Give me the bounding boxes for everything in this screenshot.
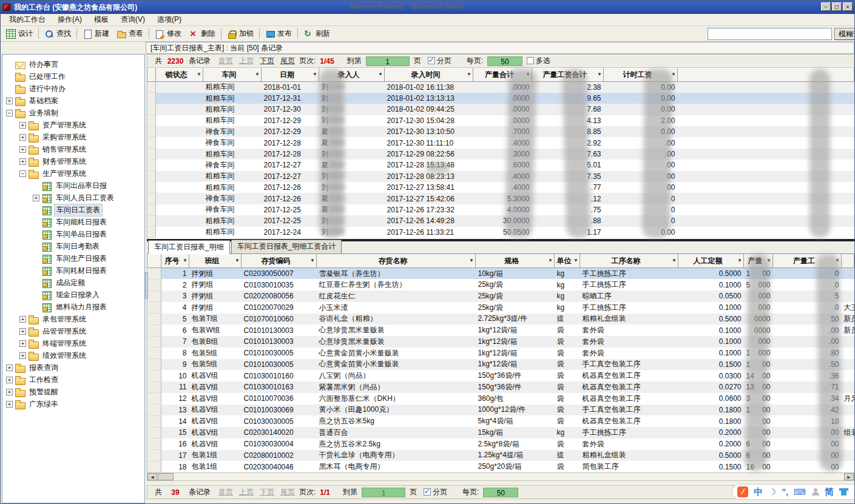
tree-expander-icon[interactable]: [19, 170, 26, 177]
pager-nav-link[interactable]: 下页: [260, 487, 274, 497]
ime-chinese-mode-icon[interactable]: 中: [754, 486, 763, 498]
tree-item[interactable]: 燃料动力月报表: [2, 301, 144, 313]
column-header[interactable]: 存货编码▼: [242, 255, 317, 268]
master-table-row[interactable]: 粗粮车间 2017-12-29 刘 2017-12-30 15:04:28 .0…: [148, 115, 854, 126]
tree-expander-icon[interactable]: [19, 146, 26, 153]
row-selector-cell[interactable]: [148, 82, 156, 93]
tree-item[interactable]: 车间出品率日报: [2, 180, 144, 192]
row-selector-cell[interactable]: [148, 348, 161, 359]
row-selector-cell[interactable]: [148, 302, 161, 314]
menu-item[interactable]: 模板: [88, 13, 115, 26]
master-table-row[interactable]: 粗粮车间 2017-12-25 刘 2017-12-26 14:49:28 30…: [148, 215, 854, 226]
toolbar-button[interactable]: 修改: [151, 27, 185, 40]
close-button[interactable]: ✕: [843, 2, 853, 11]
ime-logo-icon[interactable]: ∕: [737, 486, 748, 497]
tree-item[interactable]: 已处理工作: [2, 70, 144, 82]
detail-table-row[interactable]: 9 包装5组 C01010030005 心意黄金苗黄小米量贩装 1kg*12袋/…: [148, 359, 854, 371]
row-selector-cell[interactable]: [148, 438, 161, 450]
tree-expander-icon[interactable]: [6, 377, 13, 383]
filter-dropdown-icon[interactable]: ▼: [672, 258, 677, 263]
tree-expander-icon[interactable]: [19, 328, 26, 335]
detail-table-row[interactable]: 1 拌粥组 C02030050007 雪凝银耳（养生坊） 10kg/箱 kg 手…: [148, 268, 854, 280]
toolbar-button[interactable]: 加锁: [223, 27, 257, 40]
tree-expander-icon[interactable]: [19, 158, 26, 165]
filter-dropdown-icon[interactable]: ▼: [469, 258, 474, 263]
tree-item[interactable]: 财务管理系统: [2, 155, 144, 167]
tree-item[interactable]: 基础档案: [2, 95, 144, 107]
row-selector-cell[interactable]: [148, 193, 156, 204]
menu-item[interactable]: 查询(V): [115, 13, 151, 26]
row-selector-cell[interactable]: [148, 450, 161, 462]
column-header[interactable]: 录入时间▼: [385, 69, 473, 82]
tree-item[interactable]: 采购管理系统: [2, 131, 144, 143]
master-table-row[interactable]: 粗粮车间 2017-12-28 刘 2017-12-29 08:22:56 .3…: [148, 149, 854, 160]
column-header[interactable]: 序号▼: [161, 255, 189, 268]
row-selector-cell[interactable]: [148, 393, 161, 405]
fuzzy-search-button[interactable]: 模糊查询: [834, 28, 855, 40]
master-table-row[interactable]: 粗粮车间 2017-12-24 刘 2017-12-26 11:33:21 50…: [148, 227, 854, 238]
tree-expander-icon[interactable]: [19, 316, 26, 323]
tree-item[interactable]: 成品定额: [2, 277, 144, 289]
tree-expander-icon[interactable]: [6, 365, 13, 371]
detail-table-row[interactable]: 2 拌粥组 C01030010035 红豆薏仁养生粥（养生坊） 25kg/袋 k…: [148, 279, 854, 291]
tree-item[interactable]: 车间能耗日报表: [2, 216, 144, 228]
filter-dropdown-icon[interactable]: ▼: [197, 72, 201, 77]
row-selector-cell[interactable]: [148, 227, 156, 238]
toolbar-button[interactable]: 查看: [113, 27, 147, 40]
scroll-left-icon[interactable]: ◀: [147, 473, 157, 480]
menu-item[interactable]: 选项(P): [151, 13, 188, 26]
detail-table-row[interactable]: 15 机器V组 C02030140020 普通百合 15kg/箱 kg 手工挑拣…: [148, 427, 854, 438]
filter-dropdown-icon[interactable]: ▼: [737, 258, 742, 263]
row-selector-cell[interactable]: [148, 268, 161, 280]
row-selector-cell[interactable]: [148, 324, 161, 336]
filter-dropdown-icon[interactable]: ▼: [766, 258, 771, 263]
detail-table-row[interactable]: 4 拌粥组 C01020070029 小玉米渣 25kg/袋 kg 手工挑拣工序…: [148, 302, 854, 314]
pager-nav-link[interactable]: 下页: [260, 56, 274, 66]
filter-dropdown-icon[interactable]: ▼: [597, 72, 602, 77]
tree-item[interactable]: 现金日报录入: [2, 289, 144, 301]
horizontal-scrollbar[interactable]: ◀ ▶: [147, 472, 854, 481]
minimize-button[interactable]: —: [821, 2, 831, 11]
master-table-row[interactable]: 禅食车间 2017-12-28 夏 2017-12-30 11:11:10 .4…: [148, 137, 854, 148]
column-header[interactable]: 车间▼: [203, 69, 262, 82]
paging-checkbox[interactable]: [428, 57, 435, 64]
column-header[interactable]: 产量工▼: [773, 255, 842, 268]
tree-item[interactable]: 进行中待办: [2, 82, 144, 95]
row-selector-cell[interactable]: [148, 461, 161, 472]
row-selector-cell[interactable]: [148, 291, 161, 302]
tree-item[interactable]: 广东绿丰: [2, 398, 144, 410]
master-table-row[interactable]: 粗粮车间 2017-12-30 刘 2018-01-02 09:44:25 .0…: [148, 104, 854, 115]
pager-nav-link[interactable]: 首页: [218, 56, 233, 66]
row-selector-cell[interactable]: [148, 215, 156, 226]
column-header[interactable]: 人工定额▼: [678, 255, 744, 268]
row-selector-cell[interactable]: [148, 93, 156, 104]
tree-expander-icon[interactable]: [6, 401, 13, 408]
filter-dropdown-icon[interactable]: ▼: [467, 72, 471, 77]
tree-item[interactable]: 待办事宜: [2, 58, 144, 70]
toolbar-button[interactable]: 设计: [2, 27, 36, 40]
detail-table-row[interactable]: 5 包装T组 C01070010060 谷语礼盒（粗粮） 2.725kg*3提/…: [148, 314, 854, 325]
search-input[interactable]: [708, 28, 832, 40]
toolbar-button[interactable]: 查找: [41, 27, 75, 40]
row-selector-cell[interactable]: [148, 126, 156, 137]
detail-table-row[interactable]: 3 拌粥组 C02020080056 红皮花生仁 25kg/袋 kg 晾晒工序 …: [148, 291, 854, 302]
column-header[interactable]: 班组▼: [189, 255, 242, 268]
filter-dropdown-icon[interactable]: ▼: [573, 258, 578, 263]
tree-item[interactable]: 车间日工资表: [2, 204, 144, 216]
tree-expander-icon[interactable]: [19, 122, 26, 129]
column-header[interactable]: 工序名称▼: [580, 255, 678, 268]
detail-table-row[interactable]: 11 机器V组 C01030010163 紫薯黑米粥（尚品） 150g*36袋/…: [148, 381, 854, 393]
column-header[interactable]: 产量合计▼: [473, 69, 532, 82]
detail-table-row[interactable]: 12 机器V组 C01010070036 六面整形薏仁米（DKH） 360g/包…: [148, 393, 854, 405]
tree-expander-icon[interactable]: [6, 110, 13, 116]
tree-item[interactable]: 报表查询: [2, 361, 144, 374]
row-selector-cell[interactable]: [148, 171, 156, 182]
master-table-row[interactable]: 粗粮车间 2017-12-31 刘 2018-01-02 13:13:13 .0…: [148, 93, 854, 104]
row-selector-cell[interactable]: [148, 137, 156, 148]
tree-item[interactable]: 预警提醒: [2, 386, 144, 398]
row-selector-cell[interactable]: [148, 160, 156, 170]
row-selector-cell[interactable]: [148, 415, 161, 427]
row-selector-cell[interactable]: [148, 405, 161, 416]
filter-dropdown-icon[interactable]: ▼: [183, 258, 188, 263]
row-selector-cell[interactable]: [148, 359, 161, 371]
